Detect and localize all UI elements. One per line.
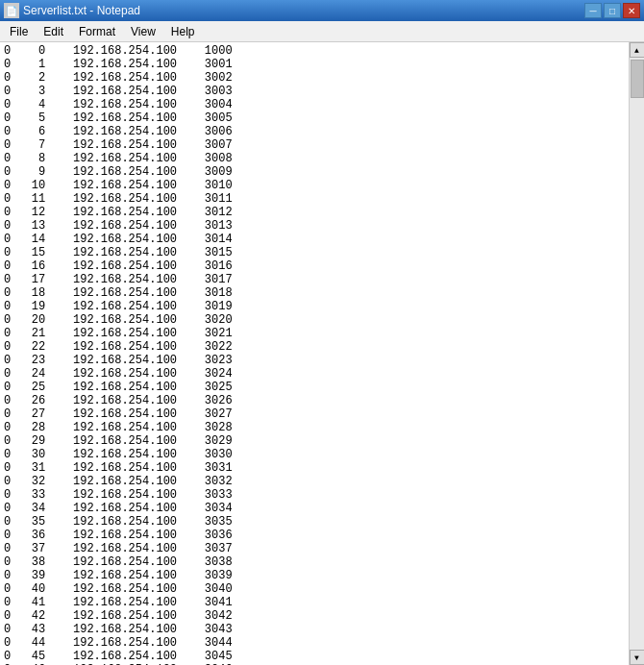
- title-bar: 📄 Serverlist.txt - Notepad ─ □ ✕: [0, 0, 644, 21]
- window-title: Serverlist.txt - Notepad: [23, 4, 140, 17]
- menu-edit[interactable]: Edit: [36, 23, 71, 40]
- scroll-down-button[interactable]: ▼: [630, 650, 645, 665]
- scroll-up-button[interactable]: ▲: [630, 42, 645, 58]
- title-bar-buttons: ─ □ ✕: [584, 3, 640, 18]
- app-icon: 📄: [4, 3, 19, 18]
- minimize-button[interactable]: ─: [584, 3, 602, 18]
- menu-bar: File Edit Format View Help: [0, 21, 644, 42]
- menu-view[interactable]: View: [123, 23, 163, 40]
- scrollbar-thumb[interactable]: [631, 60, 644, 98]
- text-editor[interactable]: 0 0 192.168.254.100 1000 0 1 192.168.254…: [0, 42, 629, 665]
- close-button[interactable]: ✕: [623, 3, 640, 18]
- menu-help[interactable]: Help: [163, 23, 203, 40]
- vertical-scrollbar[interactable]: ▲ ▼: [629, 42, 644, 665]
- maximize-button[interactable]: □: [604, 3, 621, 18]
- title-bar-left: 📄 Serverlist.txt - Notepad: [4, 3, 140, 18]
- menu-file[interactable]: File: [2, 23, 36, 40]
- scrollbar-track[interactable]: [630, 58, 644, 650]
- editor-container: 0 0 192.168.254.100 1000 0 1 192.168.254…: [0, 42, 644, 665]
- menu-format[interactable]: Format: [71, 23, 123, 40]
